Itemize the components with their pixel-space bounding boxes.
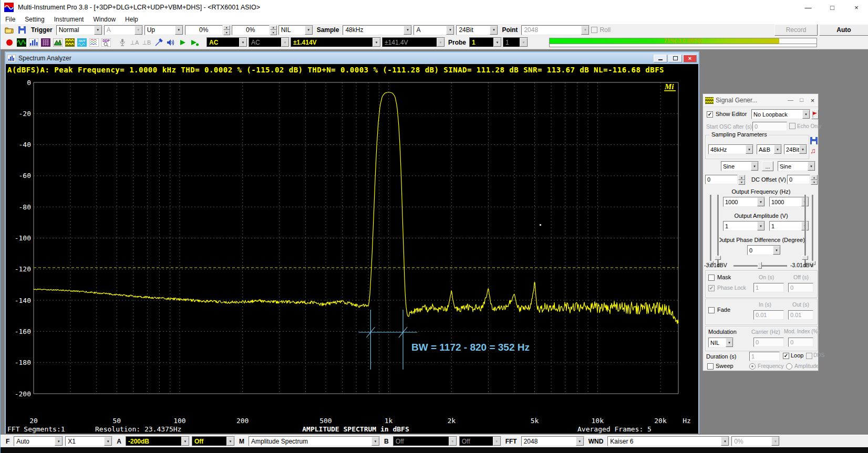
run-generator-button[interactable] — [811, 109, 819, 119]
oscilloscope-icon[interactable] — [16, 37, 27, 47]
trigger-delay-spinner-value[interactable]: 0% — [232, 25, 270, 35]
loop-checkbox[interactable] — [783, 353, 789, 359]
chevron-down-icon[interactable]: ▼ — [757, 222, 764, 230]
mask-on-input[interactable]: 1 — [753, 283, 784, 292]
probe-b-combo[interactable]: 1▼ — [503, 37, 528, 47]
window-function-combo[interactable]: Kaiser 6▼ — [607, 436, 729, 446]
frequency-a-combo[interactable]: 1000▼ — [723, 197, 765, 207]
probe-a-combo[interactable]: 1▼ — [469, 37, 502, 47]
dc-offset-b-input[interactable]: 0 — [787, 175, 810, 184]
fft-size-combo[interactable]: 2048▼ — [521, 436, 584, 446]
chevron-down-icon[interactable]: ▼ — [799, 145, 807, 154]
channel-a-range-combo[interactable]: -200dB▼ — [126, 436, 190, 446]
sg-sampling-rate-combo[interactable]: 48kHz▼ — [708, 144, 753, 154]
chevron-down-icon[interactable]: ▼ — [774, 145, 781, 154]
sweep-frequency-radio[interactable] — [749, 363, 756, 370]
spectrum-3d-plot-icon[interactable] — [52, 37, 63, 47]
start-osc-input[interactable]: 0 — [752, 122, 787, 131]
ddp-viewer-icon[interactable]: DDP — [100, 37, 111, 47]
roll-checkbox-box[interactable] — [591, 27, 597, 33]
sg-bits-combo[interactable]: 24Bit▼ — [784, 144, 807, 154]
chevron-down-icon[interactable]: ▼ — [181, 437, 189, 446]
trigger-edge-combo[interactable]: Up▼ — [144, 25, 183, 35]
chevron-down-icon[interactable]: ▼ — [449, 437, 457, 446]
dc-offset-b-spinner[interactable]: ▲▼ — [811, 175, 818, 185]
chevron-down-icon[interactable]: ▼ — [239, 38, 247, 47]
marker-a-icon[interactable]: ⊥A — [129, 37, 140, 47]
coupling-b-combo[interactable]: AC▼ — [249, 37, 290, 47]
record-icon[interactable] — [4, 37, 15, 47]
sg-channels-combo[interactable]: A&B▼ — [757, 144, 782, 154]
modulation-combo[interactable]: NIL▼ — [708, 338, 733, 347]
play-icon[interactable] — [177, 37, 188, 47]
record-button[interactable]: Record — [774, 24, 818, 36]
chevron-down-icon[interactable]: ▼ — [490, 26, 498, 35]
play-echo-icon[interactable] — [189, 37, 200, 47]
show-editor-checkbox[interactable] — [707, 111, 713, 118]
overlap-combo[interactable]: 0%▼ — [731, 436, 780, 446]
chevron-down-icon[interactable]: ▼ — [373, 38, 380, 47]
close-button[interactable]: × — [844, 0, 868, 15]
menu-item-help[interactable]: Help — [120, 16, 143, 23]
chevron-down-icon[interactable]: ▼ — [446, 26, 454, 35]
auto-button[interactable]: Auto — [819, 24, 868, 36]
chevron-down-icon[interactable]: ▼ — [371, 437, 379, 446]
derived-data-curve-icon[interactable] — [88, 37, 99, 47]
sg-save-icon[interactable] — [810, 137, 818, 145]
spectrum-analyzer-icon[interactable] — [28, 37, 39, 47]
chevron-down-icon[interactable]: ▼ — [802, 110, 810, 119]
chevron-down-icon[interactable]: ▼ — [726, 338, 733, 347]
sampling-channel-combo[interactable]: A▼ — [414, 25, 454, 35]
speaker-icon[interactable] — [165, 37, 176, 47]
chevron-down-icon[interactable]: ▼ — [746, 145, 753, 154]
chevron-down-icon[interactable]: ▼ — [808, 162, 815, 171]
menu-item-file[interactable]: File — [1, 16, 20, 23]
phase-lock-checkbox[interactable] — [708, 285, 715, 291]
dc-offset-a-spinner[interactable]: ▲▼ — [738, 175, 745, 185]
chevron-down-icon[interactable]: ▼ — [581, 26, 589, 35]
spectrum-analyzer-titlebar[interactable]: Spectrum Analyzer × — [6, 52, 698, 64]
frequency-axis-combo[interactable]: Auto▼ — [14, 436, 63, 446]
chevron-down-icon[interactable]: ▼ — [55, 437, 63, 446]
maximize-button[interactable]: □ — [820, 0, 844, 15]
minimize-button[interactable]: — — [796, 0, 820, 15]
fade-out-input[interactable]: 0.01 — [788, 310, 813, 320]
chevron-down-icon[interactable]: ▼ — [520, 38, 528, 47]
chevron-down-icon[interactable]: ▼ — [751, 162, 758, 171]
chevron-down-icon[interactable]: ▼ — [757, 197, 764, 206]
chevron-down-icon[interactable]: ▼ — [305, 26, 313, 35]
echo-only-checkbox[interactable] — [789, 123, 795, 129]
bit-depth-combo[interactable]: 24Bit▼ — [456, 25, 498, 35]
chevron-down-icon[interactable]: ▼ — [493, 38, 501, 47]
x-scale-combo[interactable]: X1▼ — [65, 436, 112, 446]
phase-difference-combo[interactable]: 0▼ — [747, 245, 781, 255]
chevron-down-icon[interactable]: ▼ — [404, 26, 411, 35]
chevron-down-icon[interactable]: ▼ — [175, 26, 183, 35]
sg-minimize-button[interactable]: — — [785, 97, 796, 104]
sweep-checkbox[interactable] — [707, 363, 714, 370]
chevron-down-icon[interactable]: ▼ — [721, 437, 729, 446]
duration-input[interactable]: 1 — [749, 352, 780, 361]
mask-checkbox[interactable] — [708, 275, 715, 281]
coupling-a-combo[interactable]: AC▼ — [206, 37, 247, 47]
trigger-delay-spinner[interactable]: 0%▲▼ — [232, 25, 277, 35]
frequency-b-combo[interactable]: 1000▼ — [769, 197, 809, 207]
roll-checkbox[interactable]: Roll — [591, 26, 611, 34]
sg-close-button[interactable]: × — [807, 97, 818, 104]
chevron-down-icon[interactable]: ▼ — [437, 38, 445, 47]
waveform-more-button[interactable]: ... — [762, 161, 773, 171]
waveform-a-combo[interactable]: Sine▼ — [721, 161, 759, 171]
amplitude-b-combo[interactable]: 1▼ — [769, 221, 809, 231]
spectrum-plot[interactable]: 0-20-40-60-80-100-120-140-160-180-200205… — [6, 76, 698, 434]
menu-item-setting[interactable]: Setting — [20, 16, 49, 23]
multimeter-icon[interactable] — [40, 37, 51, 47]
balance-slider-handle[interactable] — [758, 262, 762, 269]
signal-generator-titlebar[interactable]: Signal Gener... — □ × — [703, 94, 818, 107]
amplitude-a-combo[interactable]: 1▼ — [723, 221, 765, 231]
sg-maximize-button[interactable]: □ — [796, 97, 807, 104]
signal-generator-icon[interactable] — [64, 37, 75, 47]
fade-checkbox[interactable] — [708, 307, 715, 313]
slider-handle[interactable] — [715, 256, 721, 260]
sweep-amplitude-radio[interactable] — [786, 363, 792, 370]
channel-b-range-combo[interactable]: Off▼ — [393, 436, 457, 446]
